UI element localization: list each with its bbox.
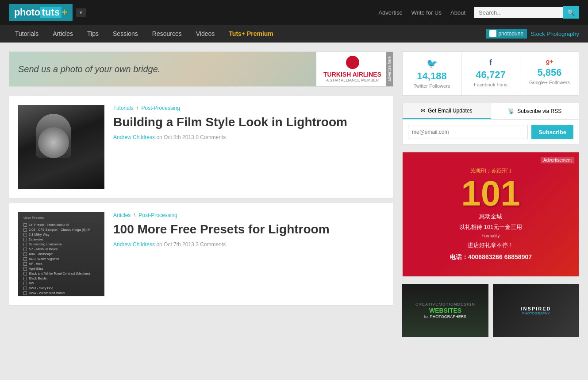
nav-sessions[interactable]: Sessions bbox=[107, 26, 144, 42]
bottom-ad-inspired[interactable]: INSPIRED PHOTOGRAPHY bbox=[493, 284, 579, 337]
post-date-2: Oct 7th 2013 bbox=[164, 241, 194, 248]
sidebar-ad[interactable]: Advertisement 芜湖开门 苏距开门 101 惠动全城 以礼相待 10… bbox=[402, 152, 579, 277]
preset-item: 5.6 - Medium Boost bbox=[22, 247, 101, 252]
nav-links: Tutorials Articles Tips Sessions Resourc… bbox=[9, 26, 280, 42]
preset-item: April Bliss bbox=[22, 266, 101, 271]
googleplus-count: 5,856 bbox=[524, 67, 575, 78]
breadcrumb-tutorials[interactable]: Tutorials bbox=[113, 105, 134, 111]
nav-videos[interactable]: Videos bbox=[190, 26, 221, 42]
email-tab-label: Get Email Updates bbox=[428, 108, 473, 114]
post-meta-2: Andrew Childress on Oct 7th 2013 3 Comme… bbox=[113, 241, 384, 248]
post-title-2[interactable]: 100 More Free Presets for Lightroom bbox=[113, 222, 384, 237]
bottom-ad-creative[interactable]: creativemotiondesign WEBSITES for PHOTOG… bbox=[402, 284, 488, 337]
preset-item: 2a awake bbox=[22, 237, 101, 242]
breadcrumb-post-processing-2[interactable]: Post-Processing bbox=[138, 212, 177, 218]
airline-sub: A STAR ALLIANCE MEMBER bbox=[326, 78, 379, 82]
preset-header: User Presets bbox=[22, 216, 101, 220]
nav-articles[interactable]: Articles bbox=[46, 26, 79, 42]
search-button[interactable]: 🔍 bbox=[563, 6, 579, 19]
about-link[interactable]: About bbox=[450, 9, 465, 16]
preset-item: Ad4. Landscape bbox=[22, 252, 101, 256]
post-title-1[interactable]: Building a Film Style Look in Lightroom bbox=[113, 115, 384, 130]
ad-line4: 进店好礼拿不停！ bbox=[459, 240, 522, 250]
post-breadcrumb-1: Tutorials \ Post-Processing bbox=[113, 105, 384, 111]
bottom-ads: creativemotiondesign WEBSITES for PHOTOG… bbox=[402, 284, 579, 337]
banner-ad[interactable]: Send us a photo of your own bridge. TURK… bbox=[9, 51, 393, 87]
preset-item: 1e. Preset - Technicolour III bbox=[22, 222, 101, 227]
logo-dropdown-btn[interactable]: ▼ bbox=[76, 8, 86, 17]
subscribe-form: Subscribe bbox=[403, 120, 579, 144]
logo-tuts: tuts bbox=[40, 7, 61, 18]
turkish-logo-icon bbox=[346, 56, 359, 69]
nav-tutorials[interactable]: Tutorials bbox=[9, 26, 45, 42]
breadcrumb-articles[interactable]: Articles bbox=[113, 212, 131, 218]
logo-area: photo tuts + ▼ bbox=[9, 4, 86, 21]
email-tab[interactable]: ✉ Get Email Updates bbox=[403, 103, 491, 119]
nav-premium[interactable]: Tuts+ Premium bbox=[223, 26, 280, 42]
search-input[interactable] bbox=[474, 7, 563, 18]
post-author-1[interactable]: Andrew Childress bbox=[113, 134, 155, 140]
film-thumbnail-image bbox=[18, 105, 104, 189]
subscribe-button[interactable]: Subscribe bbox=[531, 125, 573, 139]
post-content-1: Tutorials \ Post-Processing Building a F… bbox=[113, 105, 384, 140]
preset-item: 3a overlay; chamomile bbox=[22, 242, 101, 247]
post-date-1: Oct 8th 2013 bbox=[164, 134, 194, 140]
photodune-logo[interactable]: photodune bbox=[486, 29, 527, 39]
preset-item: Black and White Tonal Contrast (Medium) bbox=[22, 271, 101, 276]
airline-name: TURKISH AIRLINES bbox=[323, 71, 381, 78]
search-area: 🔍 bbox=[474, 6, 579, 19]
nav-resources[interactable]: Resources bbox=[146, 26, 188, 42]
creative-ad-content: creativemotiondesign WEBSITES for PHOTOG… bbox=[402, 284, 488, 337]
top-links: Advertise Write for Us About 🔍 bbox=[378, 6, 579, 19]
breadcrumb-separator: \ bbox=[137, 105, 140, 111]
ad-badge: Advertisement bbox=[541, 157, 574, 163]
inspired-ad-content: INSPIRED PHOTOGRAPHY bbox=[493, 284, 579, 337]
post-content-2: Articles \ Post-Processing 100 More Free… bbox=[113, 212, 384, 248]
nav-tips[interactable]: Tips bbox=[81, 26, 105, 42]
post-author-2[interactable]: Andrew Childress bbox=[113, 241, 155, 248]
social-facebook[interactable]: f 46,727 Facebook Fans bbox=[461, 52, 520, 95]
social-googleplus[interactable]: g+ 5,856 Google+ Followers bbox=[520, 52, 579, 95]
ad-top-text: 芜湖开门 苏距开门 bbox=[470, 167, 511, 174]
rss-icon: 📡 bbox=[508, 108, 515, 114]
social-box: 🐦 14,188 Twitter Followers f 46,727 Face… bbox=[402, 51, 579, 96]
presets-thumbnail-image: User Presets 1e. Preset - Technicolour I… bbox=[18, 212, 104, 296]
banner-airline: TURKISH AIRLINES A STAR ALLIANCE MEMBER bbox=[316, 52, 388, 86]
post-on-2: on bbox=[156, 241, 164, 248]
breadcrumb-post-processing[interactable]: Post-Processing bbox=[142, 105, 180, 111]
write-for-us-link[interactable]: Write for Us bbox=[411, 9, 442, 16]
twitter-icon: 🐦 bbox=[406, 58, 457, 69]
facebook-label: Facebook Fans bbox=[474, 82, 507, 87]
advertise-label: advertise here bbox=[387, 56, 392, 81]
ad-content: Advertisement 芜湖开门 苏距开门 101 惠动全城 以礼相待 10… bbox=[403, 152, 579, 276]
social-twitter[interactable]: 🐦 14,188 Twitter Followers bbox=[403, 52, 461, 95]
preset-item: BW4 - Weathered Wood bbox=[22, 291, 101, 295]
preset-item: Carrie's Sweet Preset bbox=[22, 295, 101, 296]
preset-item: 2.09 - CF2 Sampler - Classic Holga (G) M bbox=[22, 227, 101, 232]
logo[interactable]: photo tuts + bbox=[9, 4, 73, 21]
post-comments-2: 3 Comments bbox=[196, 241, 226, 248]
facebook-icon: f bbox=[465, 58, 516, 67]
preset-item: BW3 - Salty Dog bbox=[22, 286, 101, 291]
subscribe-tabs: ✉ Get Email Updates 📡 Subscribe via RSS bbox=[403, 103, 579, 120]
photodune-icon bbox=[489, 30, 496, 37]
preset-item: 2.1 Milky Way bbox=[22, 232, 101, 237]
ad-phone: 电话：4006863266 68858907 bbox=[450, 253, 532, 261]
email-icon: ✉ bbox=[421, 108, 425, 114]
top-bar: photo tuts + ▼ Advertise Write for Us Ab… bbox=[0, 0, 588, 25]
email-input[interactable] bbox=[408, 125, 528, 139]
inspired-title: INSPIRED bbox=[521, 306, 551, 311]
rss-tab[interactable]: 📡 Subscribe via RSS bbox=[491, 103, 579, 119]
facebook-count: 46,727 bbox=[465, 69, 516, 81]
post-meta-1: Andrew Childress on Oct 8th 2013 0 Comme… bbox=[113, 134, 384, 140]
post-on-1: on bbox=[156, 134, 164, 140]
stock-photography-link[interactable]: Stock Photography bbox=[530, 31, 579, 37]
post-thumbnail-2: User Presets 1e. Preset - Technicolour I… bbox=[18, 212, 104, 296]
ad-number: 101 bbox=[461, 176, 520, 211]
post-comments-1: 0 Comments bbox=[196, 134, 226, 140]
twitter-label: Twitter Followers bbox=[414, 83, 450, 89]
advertise-side: advertise here bbox=[386, 52, 393, 86]
advertise-link[interactable]: Advertise bbox=[378, 9, 402, 16]
ad-line3: Formality bbox=[459, 232, 522, 240]
ad-line2: 以礼相待 101元一金三用 bbox=[459, 222, 522, 232]
